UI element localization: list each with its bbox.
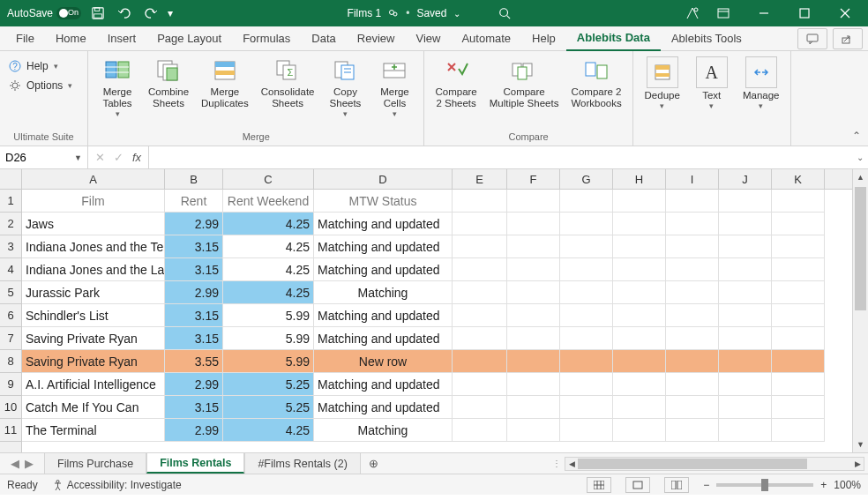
merge-tables-button[interactable]: Merge Tables▾: [94, 55, 141, 131]
tab-review[interactable]: Review: [347, 26, 406, 51]
tab-help[interactable]: Help: [521, 26, 566, 51]
cell[interactable]: 5.99: [223, 350, 314, 373]
enter-formula-icon[interactable]: ✓: [114, 151, 123, 164]
column-header[interactable]: E: [453, 169, 507, 189]
cell[interactable]: [453, 190, 507, 213]
cell[interactable]: [666, 281, 719, 304]
tab-ablebits-data[interactable]: Ablebits Data: [566, 26, 661, 51]
cell[interactable]: [507, 190, 560, 213]
column-header[interactable]: K: [772, 169, 825, 189]
cell[interactable]: Matching and updated: [314, 213, 453, 235]
cell[interactable]: [560, 327, 613, 350]
cell[interactable]: 2.99: [165, 213, 223, 235]
column-header[interactable]: I: [666, 169, 719, 189]
scroll-down-icon[interactable]: ▼: [853, 437, 868, 452]
cell[interactable]: [613, 213, 666, 235]
text-button[interactable]: AText▾: [688, 55, 736, 131]
cell[interactable]: [772, 327, 825, 350]
cell[interactable]: Matching: [314, 281, 453, 304]
cell[interactable]: [560, 304, 613, 327]
cell[interactable]: Matching: [314, 419, 453, 442]
cell[interactable]: [560, 396, 613, 419]
scroll-right-icon[interactable]: ▶: [851, 458, 864, 470]
cell[interactable]: [453, 213, 507, 235]
cell[interactable]: [666, 235, 719, 258]
cell[interactable]: [507, 327, 560, 350]
cell[interactable]: The Terminal: [22, 419, 165, 442]
merge-duplicates-button[interactable]: Merge Duplicates: [196, 55, 254, 131]
scroll-thumb[interactable]: [855, 187, 866, 310]
privacy-icon[interactable]: [683, 4, 702, 23]
cell[interactable]: [507, 350, 560, 373]
cell[interactable]: [453, 396, 507, 419]
cell[interactable]: [560, 350, 613, 373]
cell[interactable]: [560, 281, 613, 304]
cell[interactable]: Matching and updated: [314, 396, 453, 419]
cell[interactable]: [772, 281, 825, 304]
sheet-tab-rentals2[interactable]: #Films Rentals (2): [244, 453, 360, 474]
cell[interactable]: [453, 281, 507, 304]
row-header[interactable]: 11: [0, 419, 21, 442]
save-icon[interactable]: [88, 4, 108, 23]
chevron-down-icon[interactable]: ▼: [74, 153, 82, 162]
cell[interactable]: [772, 258, 825, 281]
cell[interactable]: [560, 235, 613, 258]
expand-formula-bar-icon[interactable]: ⌄: [852, 146, 868, 168]
name-box[interactable]: D26 ▼: [0, 146, 88, 168]
cell[interactable]: [560, 419, 613, 442]
tab-data[interactable]: Data: [301, 26, 346, 51]
row-header[interactable]: 6: [0, 304, 21, 327]
compare-2workbooks-button[interactable]: Compare 2 Workbooks: [565, 55, 626, 131]
cell[interactable]: [666, 350, 719, 373]
cell[interactable]: [613, 190, 666, 213]
column-header[interactable]: D: [314, 169, 453, 189]
normal-view-button[interactable]: [587, 477, 611, 493]
row-header[interactable]: 3: [0, 235, 21, 258]
cell[interactable]: [772, 235, 825, 258]
tab-formulas[interactable]: Formulas: [232, 26, 301, 51]
cell[interactable]: [507, 213, 560, 235]
cell[interactable]: [507, 304, 560, 327]
cell[interactable]: Saving Private Ryan: [22, 350, 165, 373]
merge-cells-button[interactable]: Merge Cells▾: [370, 55, 418, 131]
cell[interactable]: [666, 190, 719, 213]
cell[interactable]: [453, 419, 507, 442]
tab-insert[interactable]: Insert: [97, 26, 147, 51]
cancel-formula-icon[interactable]: ✕: [95, 151, 105, 164]
undo-icon[interactable]: [115, 4, 134, 23]
spreadsheet-grid[interactable]: ABCDEFGHIJK 1234567891011 FilmRentRent W…: [0, 169, 868, 452]
combine-sheets-button[interactable]: Combine Sheets: [143, 55, 194, 131]
row-header[interactable]: 9: [0, 373, 21, 396]
cell[interactable]: [666, 327, 719, 350]
cell[interactable]: 5.99: [223, 327, 314, 350]
comments-button[interactable]: [797, 28, 827, 49]
cell[interactable]: [666, 396, 719, 419]
cell[interactable]: [613, 304, 666, 327]
cell[interactable]: New row: [314, 350, 453, 373]
row-header[interactable]: 1: [0, 190, 21, 213]
cell[interactable]: 5.25: [223, 396, 314, 419]
sheet-tab-purchase[interactable]: Films Purchase: [44, 453, 146, 474]
collapse-ribbon-icon[interactable]: ⌃: [852, 130, 861, 142]
tab-home[interactable]: Home: [45, 26, 97, 51]
scroll-up-icon[interactable]: ▲: [853, 169, 868, 185]
cell[interactable]: [719, 396, 772, 419]
next-sheet-icon[interactable]: ▶: [25, 457, 34, 470]
cell[interactable]: Saving Private Ryan: [22, 327, 165, 350]
cell[interactable]: 4.25: [223, 213, 314, 235]
column-header[interactable]: B: [165, 169, 223, 189]
cell[interactable]: 4.25: [223, 235, 314, 258]
cell[interactable]: [507, 258, 560, 281]
cell[interactable]: Matching and updated: [314, 304, 453, 327]
cell[interactable]: [453, 235, 507, 258]
cell[interactable]: 3.15: [165, 304, 223, 327]
accessibility-status[interactable]: Accessibility: Investigate: [52, 479, 182, 491]
sheet-tab-rentals[interactable]: Films Rentals: [146, 453, 244, 474]
search-icon[interactable]: [494, 7, 515, 19]
cell[interactable]: 2.99: [165, 419, 223, 442]
column-header[interactable]: J: [719, 169, 772, 189]
cell[interactable]: [507, 373, 560, 396]
share-icon[interactable]: [388, 8, 399, 19]
share-button[interactable]: [833, 28, 863, 49]
cell[interactable]: [507, 235, 560, 258]
